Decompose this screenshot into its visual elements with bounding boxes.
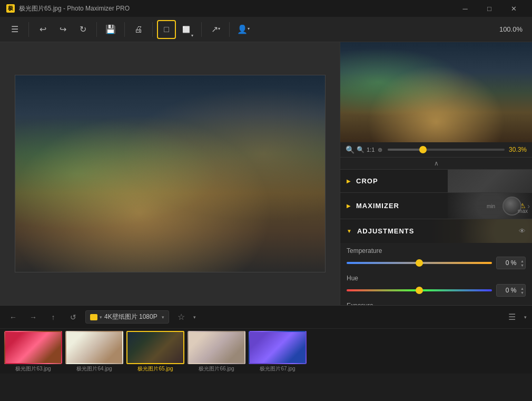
hue-arrows: ▲ ▼ bbox=[520, 285, 524, 296]
zoom-fill-icon[interactable]: ⊕ bbox=[378, 146, 382, 153]
film-label-4: 极光图片67.jpg bbox=[260, 365, 295, 371]
temperature-down-arrow[interactable]: ▼ bbox=[520, 263, 524, 267]
list-button[interactable]: ☰ bbox=[504, 309, 520, 325]
zoom-out-icon[interactable]: 🔍 bbox=[346, 145, 354, 154]
adjustments-bg bbox=[427, 219, 532, 243]
canvas-inner bbox=[15, 75, 325, 272]
crop-title: CROP bbox=[356, 177, 378, 185]
film-label-3: 极光图片66.jpg bbox=[199, 365, 234, 371]
folder-dropdown-right[interactable]: ▾ bbox=[162, 315, 164, 320]
zoom-in-icon[interactable]: 🔍 bbox=[357, 146, 364, 153]
film-item-2[interactable]: 极光图片65.jpg bbox=[126, 331, 184, 371]
collapse-button[interactable]: ∧ bbox=[340, 158, 532, 169]
maximize-button[interactable]: □ bbox=[477, 0, 501, 17]
toolbar: ☰ ↩ ↪ ↻ 💾 🖨 □ ⬜▾ ↗▾ 👤▾ 100.0% bbox=[0, 17, 532, 42]
maximizer-arrow-icon: ▶ bbox=[347, 203, 351, 209]
toolbar-separator6 bbox=[229, 22, 230, 37]
split-button[interactable]: ⬜▾ bbox=[178, 20, 197, 39]
redo2-button[interactable]: ↻ bbox=[73, 20, 92, 39]
titlebar: 极 极光图片65.jpg - Photo Maximizer PRO ─ □ ✕ bbox=[0, 0, 532, 17]
temperature-arrows: ▲ ▼ bbox=[520, 257, 524, 269]
film-item-3[interactable]: 极光图片66.jpg bbox=[188, 331, 245, 371]
titlebar-title: 极光图片65.jpg - Photo Maximizer PRO bbox=[19, 4, 130, 13]
folder-dropdown-left[interactable]: ▾ bbox=[100, 315, 102, 320]
nav-forward-button[interactable]: → bbox=[25, 309, 41, 325]
zoom-display: 100.0% bbox=[499, 25, 523, 33]
toolbar-separator2 bbox=[96, 22, 97, 37]
crop-section-header[interactable]: ▶ CROP bbox=[340, 169, 532, 192]
film-label-1: 极光图片64.jpg bbox=[76, 365, 112, 371]
film-label-2: 极光图片65.jpg bbox=[137, 365, 173, 371]
nav-back-button[interactable]: ← bbox=[5, 309, 21, 325]
minimize-button[interactable]: ─ bbox=[453, 0, 477, 17]
undo-button[interactable]: ↩ bbox=[33, 20, 52, 39]
zoom-slider-thumb[interactable] bbox=[419, 146, 427, 153]
right-panel: 🔍 🔍 1:1 ⊕ 30.3% ∧ ▶ CROP ▶ MAXIMIZER 👁 bbox=[340, 42, 532, 305]
hue-slider[interactable] bbox=[347, 289, 492, 291]
zoom-slider-fill bbox=[388, 149, 423, 151]
toolbar-separator bbox=[28, 22, 29, 37]
adjustments-section-header[interactable]: ▼ ADJUSTMENTS 👁 bbox=[340, 219, 532, 243]
film-item-0[interactable]: 极光图片63.jpg bbox=[4, 331, 62, 371]
hue-row: Hue 0 % ▲ ▼ bbox=[347, 275, 526, 297]
filmstrip: 极光图片63.jpg极光图片64.jpg极光图片65.jpg极光图片66.jpg… bbox=[0, 329, 532, 374]
temperature-value: 0 % ▲ ▼ bbox=[496, 257, 526, 269]
print-button[interactable]: 🖨 bbox=[129, 20, 148, 39]
film-thumb-1 bbox=[65, 331, 123, 364]
share-button[interactable]: ↗▾ bbox=[206, 20, 225, 39]
temperature-thumb[interactable] bbox=[416, 259, 423, 267]
canvas-area[interactable] bbox=[0, 42, 340, 305]
maximizer-section-header[interactable]: ▶ MAXIMIZER 👁 ⚠ min max › bbox=[340, 192, 532, 219]
zoom-slider[interactable] bbox=[388, 149, 505, 151]
adjustments-content: Temperature 0 % ▲ ▼ Hue bbox=[340, 243, 532, 305]
toolbar-separator5 bbox=[201, 22, 202, 37]
film-item-1[interactable]: 极光图片64.jpg bbox=[65, 331, 123, 371]
adjustments-eye-icon[interactable]: 👁 bbox=[519, 227, 526, 235]
temperature-row: Temperature 0 % ▲ ▼ bbox=[347, 247, 526, 269]
nav-up-button[interactable]: ↑ bbox=[45, 309, 61, 325]
toolbar-separator4 bbox=[152, 22, 153, 37]
temperature-slider[interactable] bbox=[347, 262, 492, 264]
folder-name: 4K壁纸图片 1080P bbox=[104, 312, 157, 321]
folder-tag[interactable]: ▾ 4K壁纸图片 1080P ▾ bbox=[85, 310, 169, 324]
adjustments-title: ADJUSTMENTS bbox=[357, 227, 415, 235]
preview-image bbox=[340, 42, 532, 142]
menu-button[interactable]: ☰ bbox=[5, 20, 24, 39]
film-thumb-0 bbox=[4, 331, 62, 364]
temperature-label: Temperature bbox=[347, 247, 526, 255]
hue-down-arrow[interactable]: ▼ bbox=[520, 291, 524, 295]
film-label-0: 极光图片63.jpg bbox=[15, 365, 51, 371]
hue-label: Hue bbox=[347, 275, 526, 282]
film-item-4[interactable]: 极光图片67.jpg bbox=[249, 331, 307, 371]
maximizer-title: MAXIMIZER bbox=[356, 202, 399, 210]
list-dropdown[interactable]: ▾ bbox=[524, 315, 527, 320]
film-thumb-3 bbox=[188, 331, 245, 364]
toolbar-separator3 bbox=[124, 22, 125, 37]
star-dropdown[interactable]: ▾ bbox=[193, 315, 196, 320]
canvas-image bbox=[15, 75, 326, 272]
view-button[interactable]: □ bbox=[157, 20, 176, 39]
crop-arrow-icon: ▶ bbox=[347, 178, 351, 184]
star-button[interactable]: ☆ bbox=[173, 309, 189, 325]
zoom-percentage: 30.3% bbox=[509, 146, 527, 153]
hue-up-arrow[interactable]: ▲ bbox=[520, 287, 524, 290]
maximizer-expand-icon[interactable]: › bbox=[527, 202, 530, 210]
main-area: 🔍 🔍 1:1 ⊕ 30.3% ∧ ▶ CROP ▶ MAXIMIZER 👁 bbox=[0, 42, 532, 305]
zoom-controls: 🔍 🔍 1:1 ⊕ 30.3% bbox=[340, 142, 532, 158]
close-button[interactable]: ✕ bbox=[501, 0, 526, 17]
titlebar-controls: ─ □ ✕ bbox=[453, 0, 526, 17]
hue-thumb[interactable] bbox=[416, 287, 423, 294]
save-button[interactable]: 💾 bbox=[101, 20, 120, 39]
exposure-label: Exposure bbox=[347, 302, 526, 305]
redo1-button[interactable]: ↪ bbox=[53, 20, 72, 39]
strip-toolbar: ← → ↑ ↺ ▾ 4K壁纸图片 1080P ▾ ☆ ▾ ☰ ▾ bbox=[0, 306, 532, 329]
temperature-up-arrow[interactable]: ▲ bbox=[520, 259, 524, 263]
nav-rotate-button[interactable]: ↺ bbox=[65, 309, 81, 325]
user-button[interactable]: 👤▾ bbox=[234, 20, 253, 39]
hue-value-text: 0 % bbox=[506, 287, 517, 294]
film-thumb-2 bbox=[126, 331, 184, 364]
bottom-strip: ← → ↑ ↺ ▾ 4K壁纸图片 1080P ▾ ☆ ▾ ☰ ▾ 极光图片63.… bbox=[0, 305, 532, 374]
crop-bg bbox=[448, 170, 532, 192]
titlebar-left: 极 极光图片65.jpg - Photo Maximizer PRO bbox=[6, 4, 130, 13]
zoom-fit-icon[interactable]: 1:1 bbox=[367, 146, 375, 153]
